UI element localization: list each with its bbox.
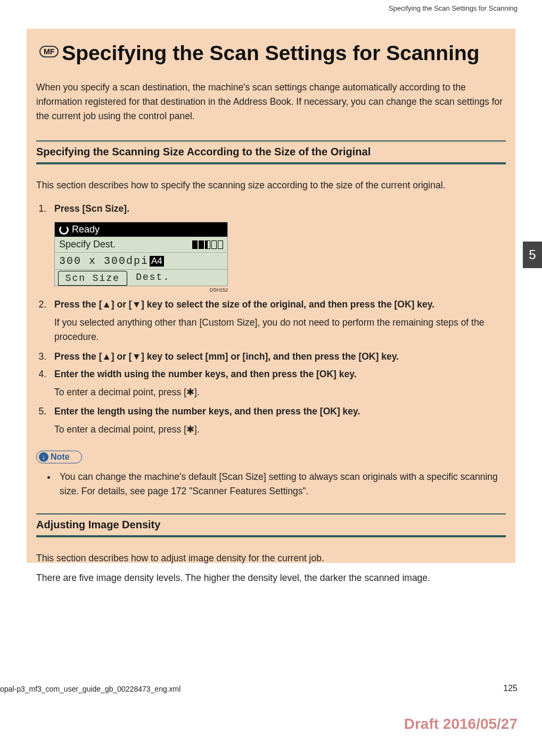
density-cell [205,240,210,249]
lcd-status-bar: Ready [55,222,227,237]
step-5: Enter the length using the number keys, … [49,406,506,437]
note-list: You can change the machine's default [Sc… [56,470,506,499]
density-cell [199,240,204,249]
density-indicator [192,240,223,249]
step-3: Press the [▲] or [▼] key to select [mm] … [49,351,506,362]
ready-icon [59,225,69,235]
step-5-sub-post: ]. [194,424,200,435]
steps-list: Press [Scn Size]. Ready Specify Dest. [49,203,506,437]
lcd-tab-dest: Dest. [127,270,179,286]
density-cell [192,240,198,249]
step-2: Press the [▲] or [▼] key to select the s… [49,299,506,344]
lcd-specify-dest: Specify Dest. [59,239,116,250]
step-5-text: Enter the length using the number keys, … [54,406,506,417]
note-item: You can change the machine's default [Sc… [56,470,506,499]
lcd-panel: Ready Specify Dest. 300 x 300dp [54,222,228,286]
step-1-text: Press [Scn Size]. [54,203,506,214]
step-3-text: Press the [▲] or [▼] key to select [mm] … [54,351,506,362]
step-4-sub-post: ]. [194,387,200,397]
lcd-ready-label: Ready [72,224,100,235]
step-4-text: Enter the width using the number keys, a… [54,369,506,380]
content-area: MFSpecifying the Scan Settings for Scann… [27,29,515,563]
note-badge: ↓ Note [36,451,82,463]
step-4-sub-pre: To enter a decimal point, press [ [54,387,186,397]
page-title-text: Specifying the Scan Settings for Scannin… [62,41,479,64]
step-5-sub-pre: To enter a decimal point, press [ [54,424,186,435]
lcd-tabs-row: Scn Size Dest. [55,270,227,286]
intro-paragraph: When you specify a scan destination, the… [36,80,506,123]
lcd-specify-row: Specify Dest. [55,237,227,253]
step-4-subtext: To enter a decimal point, press [✱]. [54,385,506,400]
step-5-subtext: To enter a decimal point, press [✱]. [54,422,506,437]
section-desc-scan-size: This section describes how to specify th… [36,178,506,193]
running-header: Specifying the Scan Settings for Scannin… [389,4,518,12]
density-desc-1: This section describes how to adjust ima… [36,551,506,566]
figure-code: DSH152 [54,286,228,293]
step-2-subtext: If you selected anything other than [Cus… [54,315,506,344]
step-4: Enter the width using the number keys, a… [49,369,506,400]
page-title: MFSpecifying the Scan Settings for Scann… [36,41,506,65]
lcd-tab-scn-size: Scn Size [58,271,127,286]
page-number: 125 [503,684,518,693]
step-1: Press [Scn Size]. Ready Specify Dest. [49,203,506,293]
mf-badge: MF [39,46,59,57]
note-label: Note [51,452,70,462]
footer-file-path: opal-p3_mf3_com_user_guide_gb_00228473_e… [0,685,180,693]
lcd-dpi-row: 300 x 300dpi A4 [55,253,227,270]
lcd-illustration: Ready Specify Dest. 300 x 300dp [54,222,506,293]
density-cell [211,240,217,249]
star-icon: ✱ [186,424,194,435]
chapter-tab: 5 [523,242,542,268]
lcd-dpi: 300 x 300dpi [59,255,149,267]
section-heading-scan-size: Specifying the Scanning Size According t… [36,140,506,164]
density-desc-2: There are five image density levels. The… [36,571,506,585]
density-cell [218,240,223,249]
star-icon: ✱ [186,387,194,397]
section-heading-density: Adjusting Image Density [36,513,506,537]
step-2-text: Press the [▲] or [▼] key to select the s… [54,299,506,310]
down-arrow-icon: ↓ [39,452,48,462]
lcd-paper-size-badge: A4 [150,256,164,267]
draft-watermark: Draft 2016/05/27 [404,716,518,733]
